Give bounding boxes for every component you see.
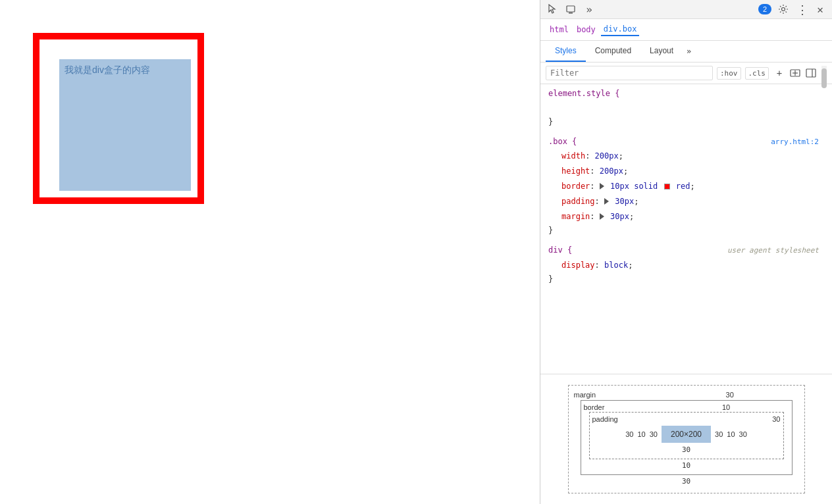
css-prop-margin: margin: 30px; [548,209,819,224]
css-selector-element-style: element.style { [548,87,619,101]
css-brace-3: } [548,274,553,284]
device-icon[interactable] [564,3,577,16]
bm-right-padding: 30 [715,430,723,438]
tab-more-icon[interactable]: » [683,41,695,61]
filter-hov-button[interactable]: :hov [717,67,741,80]
css-brace-1: } [548,117,553,126]
bm-left-border: 10 [637,430,645,438]
tab-styles[interactable]: Styles [546,41,586,62]
css-prop-height: height: 200px; [548,164,819,179]
breadcrumb-body[interactable]: body [574,24,598,36]
tabs-bar: Styles Computed Layout » [540,41,832,63]
close-icon[interactable]: ✕ [814,3,827,16]
inspect-icon[interactable] [546,3,559,16]
more-options-icon[interactable]: ⋮ [795,3,808,16]
new-style-rule-icon[interactable] [789,66,802,80]
add-style-icon[interactable]: + [773,66,786,80]
tab-layout[interactable]: Layout [640,41,683,62]
css-rule-div: div { user agent stylesheet display: blo… [540,241,827,290]
css-source-box[interactable]: arry.html:2 [771,136,819,149]
div-inner: 我就是div盒子的内容 [59,59,191,191]
css-selector-box: .box { [548,135,577,149]
color-swatch-red[interactable] [664,184,670,189]
css-rules-area: element.style { } .box { arry.html:2 wid… [540,84,832,374]
settings-icon[interactable] [777,3,790,16]
svg-point-2 [782,8,785,11]
breadcrumb-div-box[interactable]: div.box [601,23,640,36]
css-rule-element-style: element.style { } [540,84,827,132]
filter-input[interactable] [546,66,713,80]
css-source-div: user agent stylesheet [710,244,819,257]
breadcrumb-html[interactable]: html [547,24,571,36]
more-tools-icon[interactable]: » [583,3,596,16]
console-badge[interactable]: 2 [758,4,771,14]
breadcrumb: html body div.box [540,19,832,41]
css-prop-display: display: block; [548,258,819,273]
bm-margin-bottom: 30 [574,477,799,486]
css-selector-div: div { [548,243,572,258]
browser-viewport: 我就是div盒子的内容 [0,0,540,504]
devtools-panel: » 2 ⋮ ✕ html body div.box Styles Compute… [540,0,832,504]
bm-left-padding: 30 [650,430,658,438]
toggle-sidebar-icon[interactable] [804,66,818,80]
bm-padding-label: padding [592,415,618,423]
bm-border-value: 10 [722,403,730,411]
box-model-diagram: margin 30 border 10 padding 30 [568,385,805,493]
bm-border-bottom: 10 [584,461,789,470]
css-prop-padding: padding: 30px; [548,194,819,209]
bm-content-box: 200×200 [662,426,711,443]
bm-padding-bottom: 30 [592,445,781,454]
devtools-toolbar: » 2 ⋮ ✕ [540,0,832,19]
margin-expand-icon[interactable] [600,213,604,220]
border-expand-icon[interactable] [600,183,604,189]
bm-margin-label: margin [574,391,596,399]
bm-right-margin: 30 [739,430,747,438]
css-brace-2: } [548,226,553,235]
css-prop-border: border: 10px solid red; [548,179,819,194]
filter-bar: :hov .cls + [540,63,832,84]
bm-padding-top: 30 [772,415,780,423]
svg-rect-6 [806,69,816,77]
bm-margin-value: 30 [726,391,734,399]
bm-left-margin: 30 [625,430,633,438]
padding-expand-icon[interactable] [604,198,609,205]
tab-computed[interactable]: Computed [586,41,640,62]
svg-rect-0 [567,6,575,12]
bm-content-row: 30 10 30 200×200 30 10 30 [592,426,781,443]
css-prop-width: width: 200px; [548,149,819,164]
css-rule-box: .box { arry.html:2 width: 200px; height:… [540,132,827,241]
filter-cls-button[interactable]: .cls [745,67,769,80]
box-model-section: margin 30 border 10 padding 30 [540,374,832,504]
bm-right-border: 10 [727,430,735,438]
div-content: 我就是div盒子的内容 [59,59,155,82]
bm-border-label: border [584,403,605,411]
div-box: 我就是div盒子的内容 [33,33,204,204]
svg-rect-1 [569,13,573,14]
